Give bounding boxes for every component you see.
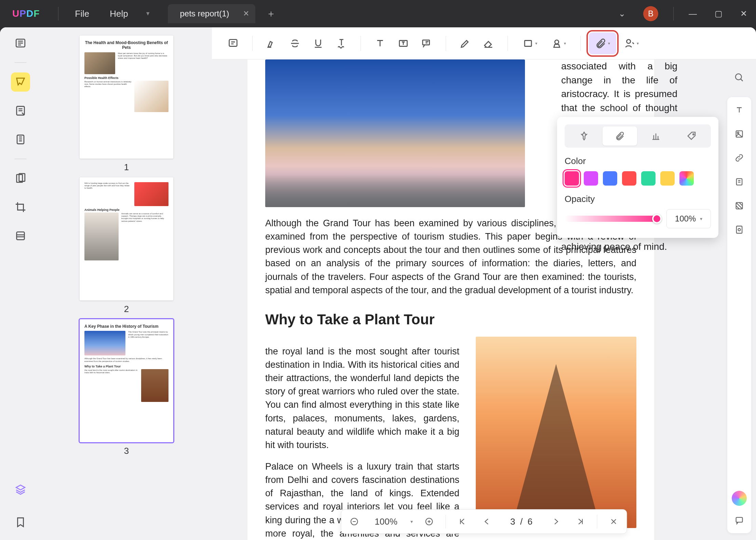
opacity-slider[interactable] [565, 216, 660, 222]
color-label: Color [565, 156, 711, 166]
background-panel-icon[interactable] [732, 199, 746, 213]
shape-rectangle-icon[interactable]: ▾ [516, 32, 543, 54]
divider [673, 7, 674, 21]
zoom-value[interactable]: 100% [371, 516, 402, 527]
thumb1-sub: Possible Health Effects [84, 76, 168, 80]
redact-tool-icon[interactable] [11, 226, 30, 245]
right-rail [727, 97, 751, 533]
svg-rect-5 [17, 232, 25, 240]
pencil-tool-icon[interactable] [454, 32, 476, 54]
tab-pushpin-icon[interactable] [567, 126, 601, 146]
thumbnail-page-2[interactable]: NIH is funding large-scale surveys to fi… [80, 177, 173, 300]
ai-assistant-icon[interactable] [732, 491, 747, 506]
zoom-caret-icon[interactable]: ▾ [410, 519, 413, 524]
reader-mode-icon[interactable] [11, 33, 30, 53]
color-swatch-custom[interactable] [679, 171, 694, 186]
user-avatar[interactable]: B [643, 6, 658, 21]
highlight-tool-icon[interactable] [261, 32, 283, 54]
link-panel-icon[interactable] [732, 151, 746, 165]
page-indicator[interactable]: 3 / 6 [503, 516, 540, 527]
strikethrough-tool-icon[interactable] [284, 32, 306, 54]
close-tab-icon[interactable]: ✕ [243, 9, 249, 18]
chat-panel-icon[interactable] [732, 513, 746, 527]
color-swatches [565, 171, 711, 186]
opacity-value-dropdown[interactable]: 100%▾ [666, 209, 711, 228]
heading-plant-tour: Why to Take a Plant Tour [265, 311, 636, 328]
next-page-button[interactable] [549, 514, 564, 529]
svg-point-12 [693, 134, 694, 135]
callout-tool-icon[interactable] [416, 32, 437, 54]
window-minimize-icon[interactable]: — [680, 9, 706, 18]
close-controls-button[interactable] [606, 514, 621, 529]
slider-knob[interactable] [652, 214, 662, 224]
thumb3-number: 3 [124, 446, 129, 456]
edit-tool-icon[interactable] [11, 101, 30, 120]
crop-tool-icon[interactable] [11, 198, 30, 217]
thumb1-title: The Health and Mood-Boosting Benefits of… [84, 40, 168, 50]
color-swatch-4[interactable] [622, 171, 636, 186]
signature-tool-icon[interactable]: ▾ [618, 32, 645, 54]
color-swatch-3[interactable] [603, 171, 617, 186]
hero-image [265, 59, 525, 207]
color-swatch-6[interactable] [660, 171, 675, 186]
rail-sep [14, 159, 27, 159]
note-tool-icon[interactable] [222, 32, 244, 54]
organize-pages-icon[interactable] [11, 130, 30, 149]
svg-point-11 [627, 39, 631, 43]
tab-graph-icon[interactable] [638, 126, 673, 146]
window-close-icon[interactable]: ✕ [731, 9, 756, 18]
document-tab[interactable]: pets report(1) ✕ [168, 4, 255, 23]
svg-point-15 [737, 132, 739, 134]
zoom-in-button[interactable] [422, 514, 437, 529]
textbox-tool-icon[interactable] [392, 32, 414, 54]
titlebar: UPDF File Help ▼ pets report(1) ✕ ＋ ⌄ B … [0, 0, 756, 27]
divider [58, 7, 58, 21]
stamp-tool-icon[interactable]: ▾ [545, 32, 572, 54]
thumbnail-page-3[interactable]: A Key Phase in the History of Tourism Th… [80, 319, 173, 442]
svg-rect-20 [736, 517, 743, 522]
prev-page-button[interactable] [479, 514, 494, 529]
rail-sep [14, 62, 27, 63]
thumb3-title: A Key Phase in the History of Tourism [84, 324, 168, 329]
last-page-button[interactable] [573, 514, 588, 529]
eraser-tool-icon[interactable] [477, 32, 499, 54]
annotation-toolbar: ▾ ▾ ▾ ▾ [212, 27, 756, 59]
color-swatch-2[interactable] [584, 171, 598, 186]
page-tools-icon[interactable] [11, 169, 30, 188]
menu-caret[interactable]: ▼ [138, 11, 158, 17]
svg-rect-9 [525, 40, 531, 46]
thumb1-number: 1 [124, 162, 129, 173]
color-swatch-1[interactable] [565, 171, 579, 186]
chevron-down-icon[interactable]: ⌄ [610, 9, 634, 18]
menu-help[interactable]: Help [99, 9, 138, 19]
squiggly-tool-icon[interactable] [330, 32, 352, 54]
tab-title: pets report(1) [180, 9, 229, 18]
thumbnail-panel: The Health and Mood-Boosting Benefits of… [41, 27, 212, 540]
left-rail [0, 27, 41, 540]
underline-tool-icon[interactable] [307, 32, 329, 54]
text-tool-icon[interactable] [369, 32, 391, 54]
first-page-button[interactable] [455, 514, 470, 529]
zoom-out-button[interactable] [347, 514, 362, 529]
image-panel-icon[interactable] [732, 127, 746, 141]
header-footer-panel-icon[interactable] [732, 223, 746, 237]
svg-point-10 [555, 40, 558, 44]
paragraph-2: the royal land is the most sought after … [265, 345, 459, 452]
window-maximize-icon[interactable]: ▢ [706, 9, 731, 18]
thumb3-sub: Why to Take a Plant Tour [84, 365, 168, 368]
thumbnail-page-1[interactable]: The Health and Mood-Boosting Benefits of… [80, 36, 173, 159]
color-swatch-5[interactable] [641, 171, 656, 186]
tab-tag-icon[interactable] [674, 126, 709, 146]
add-tab-button[interactable]: ＋ [266, 7, 276, 20]
tab-paperclip-icon[interactable] [603, 126, 637, 146]
app-logo: UPDF [0, 8, 52, 19]
comment-tool-icon[interactable] [11, 72, 30, 92]
layers-icon[interactable] [11, 480, 30, 499]
bookmark-icon[interactable] [11, 513, 30, 532]
search-icon[interactable] [731, 69, 747, 85]
watermark-panel-icon[interactable] [732, 175, 746, 189]
text-panel-icon[interactable] [732, 103, 746, 117]
attachment-tool-icon[interactable]: ▾ [589, 32, 616, 54]
document-viewport[interactable]: associated with a big change in the life… [212, 59, 756, 540]
menu-file[interactable]: File [65, 9, 99, 19]
